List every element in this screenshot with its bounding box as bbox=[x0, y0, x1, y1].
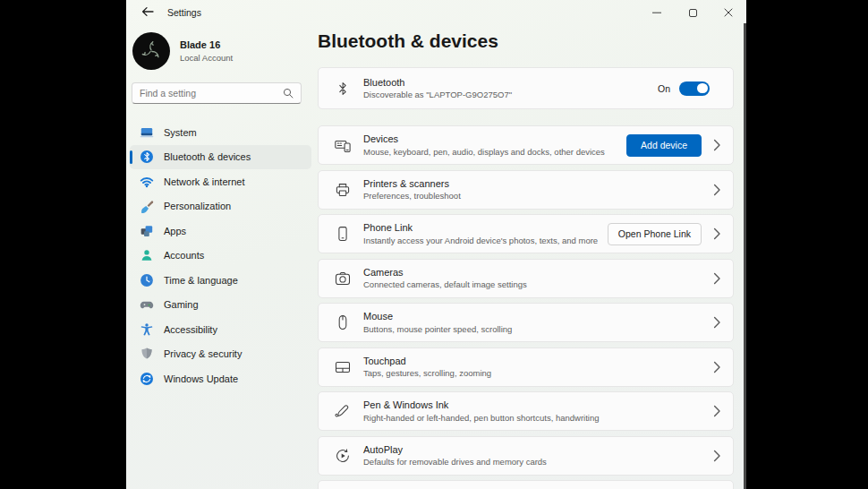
minimize-icon bbox=[652, 6, 661, 20]
sidebar-item-gaming[interactable]: Gaming bbox=[130, 293, 311, 318]
chevron-right-icon bbox=[713, 450, 721, 462]
accessibility-icon bbox=[140, 322, 154, 337]
bluetooth-glyph-icon bbox=[334, 80, 352, 98]
gaming-icon bbox=[140, 297, 154, 312]
pen-icon bbox=[334, 402, 352, 420]
sidebar-item-bluetooth-devices[interactable]: Bluetooth & devices bbox=[130, 145, 311, 170]
sidebar: Blade 16 Local Account System Bluetooth … bbox=[126, 25, 316, 489]
sidebar-item-time-language[interactable]: Time & language bbox=[130, 268, 311, 293]
card-title: AutoPlay bbox=[363, 444, 547, 455]
devices-icon bbox=[334, 136, 352, 154]
chevron-right-icon bbox=[713, 361, 721, 373]
chevron-right-icon bbox=[713, 139, 721, 151]
minimize-button[interactable] bbox=[639, 0, 675, 25]
avatar bbox=[132, 32, 170, 70]
open-phone-link-button[interactable]: Open Phone Link bbox=[608, 223, 702, 245]
privacy-security-icon bbox=[140, 347, 154, 361]
user-account-type: Local Account bbox=[180, 53, 233, 63]
network-icon bbox=[140, 175, 154, 189]
close-button[interactable] bbox=[711, 0, 746, 25]
close-icon bbox=[724, 6, 733, 20]
accounts-icon bbox=[140, 248, 154, 262]
back-button[interactable] bbox=[136, 3, 159, 22]
chevron-right-icon bbox=[713, 227, 721, 240]
card-devices[interactable]: Devices Mouse, keyboard, pen, audio, dis… bbox=[318, 125, 734, 165]
settings-rows: Devices Mouse, keyboard, pen, audio, dis… bbox=[318, 125, 734, 480]
card-subtitle: Buttons, mouse pointer speed, scrolling bbox=[363, 324, 512, 334]
card-title: Pen & Windows Ink bbox=[363, 399, 600, 410]
add-device-button[interactable]: Add device bbox=[626, 134, 702, 157]
card-title: Phone Link bbox=[363, 222, 598, 233]
sidebar-item-network-internet[interactable]: Network & internet bbox=[130, 169, 311, 194]
sidebar-item-accessibility[interactable]: Accessibility bbox=[130, 317, 311, 342]
bluetooth-toggle-label: On bbox=[658, 83, 670, 94]
card-subtitle: Right-handed or left-handed, pen button … bbox=[363, 413, 600, 423]
apps-icon bbox=[140, 224, 154, 238]
touchpad-icon bbox=[334, 358, 352, 376]
mouse-icon bbox=[334, 313, 352, 331]
search-icon bbox=[283, 88, 294, 99]
sidebar-item-windows-update[interactable]: Windows Update bbox=[130, 366, 311, 391]
bluetooth-toggle[interactable] bbox=[679, 82, 710, 96]
card-printers-scanners[interactable]: Printers & scanners Preferences, trouble… bbox=[318, 170, 734, 210]
sidebar-item-system[interactable]: System bbox=[130, 120, 311, 145]
card-subtitle: Taps, gestures, scrolling, zooming bbox=[363, 368, 491, 378]
card-autoplay[interactable]: AutoPlay Defaults for removable drives a… bbox=[318, 436, 734, 476]
user-name: Blade 16 bbox=[180, 39, 233, 50]
card-subtitle: Instantly access your Android device's p… bbox=[363, 236, 598, 245]
sidebar-item-apps[interactable]: Apps bbox=[130, 219, 311, 244]
main-content: Bluetooth & devices Bluetooth Discoverab… bbox=[318, 25, 746, 489]
chevron-right-icon bbox=[713, 272, 721, 285]
bluetooth-card-title: Bluetooth bbox=[363, 77, 512, 88]
card-touchpad[interactable]: Touchpad Taps, gestures, scrolling, zoom… bbox=[318, 347, 734, 387]
card-phone-link[interactable]: Phone Link Instantly access your Android… bbox=[318, 214, 734, 253]
search-input[interactable] bbox=[132, 88, 283, 99]
bluetooth-icon bbox=[140, 150, 154, 164]
search-box bbox=[132, 82, 302, 104]
app-title: Settings bbox=[167, 7, 201, 18]
autoplay-icon bbox=[334, 447, 352, 465]
back-arrow-icon bbox=[141, 6, 154, 20]
card-mouse[interactable]: Mouse Buttons, mouse pointer speed, scro… bbox=[318, 303, 734, 342]
bluetooth-card-subtitle: Discoverable as "LAPTOP-G9O275O7" bbox=[363, 90, 512, 99]
next-card-partial[interactable] bbox=[318, 480, 734, 489]
personalization-icon bbox=[140, 199, 154, 213]
printer-icon bbox=[334, 181, 352, 199]
card-title: Touchpad bbox=[363, 356, 491, 366]
page-title: Bluetooth & devices bbox=[318, 30, 498, 52]
user-profile[interactable]: Blade 16 Local Account bbox=[132, 32, 233, 70]
sidebar-item-accounts[interactable]: Accounts bbox=[130, 244, 311, 269]
maximize-button[interactable] bbox=[675, 0, 711, 25]
card-title: Cameras bbox=[363, 267, 527, 278]
card-cameras[interactable]: Cameras Connected cameras, default image… bbox=[318, 259, 734, 298]
card-subtitle: Preferences, troubleshoot bbox=[363, 191, 461, 201]
time-language-icon bbox=[140, 273, 154, 287]
scrollbar[interactable] bbox=[744, 23, 746, 489]
sidebar-item-personalization[interactable]: Personalization bbox=[130, 194, 311, 219]
sidebar-item-privacy-security[interactable]: Privacy & security bbox=[130, 342, 311, 367]
chevron-right-icon bbox=[713, 316, 721, 329]
bluetooth-card[interactable]: Bluetooth Discoverable as "LAPTOP-G9O275… bbox=[318, 67, 734, 109]
phone-icon bbox=[334, 225, 352, 243]
settings-window: Settings Blade 16 Local Account bbox=[126, 0, 746, 489]
card-subtitle: Defaults for removable drives and memory… bbox=[363, 457, 547, 467]
maximize-icon bbox=[689, 6, 697, 20]
card-title: Printers & scanners bbox=[363, 178, 461, 189]
card-pen-windows-ink[interactable]: Pen & Windows Ink Right-handed or left-h… bbox=[318, 391, 734, 431]
chevron-right-icon bbox=[713, 184, 721, 196]
card-title: Mouse bbox=[363, 311, 512, 322]
card-title: Devices bbox=[363, 133, 605, 144]
chevron-right-icon bbox=[713, 405, 721, 417]
sidebar-nav: System Bluetooth & devices Network & int… bbox=[130, 120, 311, 391]
toggle-knob bbox=[697, 83, 708, 94]
card-subtitle: Connected cameras, default image setting… bbox=[363, 279, 527, 289]
windows-update-icon bbox=[140, 372, 154, 386]
titlebar[interactable]: Settings bbox=[126, 0, 746, 25]
camera-icon bbox=[334, 270, 352, 287]
system-icon bbox=[140, 125, 154, 140]
card-subtitle: Mouse, keyboard, pen, audio, displays an… bbox=[363, 147, 605, 157]
window-controls bbox=[639, 0, 746, 25]
